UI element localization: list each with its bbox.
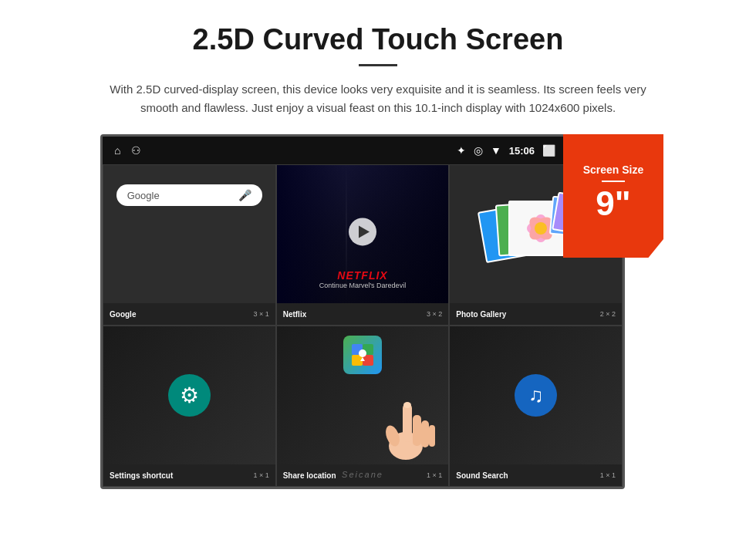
svg-rect-20 [421, 420, 429, 447]
play-triangle-icon [359, 225, 370, 238]
sound-search-cell[interactable]: ♫ Sound Search 1 × 1 [449, 326, 623, 487]
title-underline [359, 64, 397, 66]
share-app-size: 1 × 1 [427, 471, 442, 479]
photo-gallery-label-row: Photo Gallery 2 × 2 [450, 303, 622, 325]
badge-divider [602, 181, 625, 182]
settings-label-row: Settings shortcut 1 × 1 [103, 464, 275, 486]
google-content: Google 🎤 [103, 165, 275, 303]
maps-svg-icon [352, 344, 373, 366]
google-label-row: Google 3 × 1 [103, 303, 275, 325]
app-grid: Google 🎤 Google 3 × 1 [103, 164, 623, 487]
android-screen: ⌂ ⚇ ✦ ◎ ▼ 15:06 ⬜ 🔈 ⊠ [100, 134, 625, 489]
share-location-content [277, 326, 449, 464]
photo-gallery-app-name: Photo Gallery [456, 310, 506, 319]
netflix-app-name: Netflix [283, 310, 307, 319]
sound-search-content: ♫ [450, 326, 622, 464]
google-logo: Google [127, 190, 160, 201]
hand-pointer-container [383, 388, 437, 464]
svg-rect-19 [413, 415, 421, 446]
netflix-brand: NETFLIX [277, 269, 449, 282]
hand-svg [383, 388, 437, 464]
share-location-cell[interactable]: Share location 1 × 1 [276, 326, 450, 487]
google-search-bar[interactable]: Google 🎤 [116, 184, 262, 206]
svg-point-7 [535, 222, 547, 235]
google-app-name: Google [110, 310, 136, 319]
status-bar: ⌂ ⚇ ✦ ◎ ▼ 15:06 ⬜ 🔈 ⊠ [103, 137, 623, 164]
badge-size: 9" [596, 187, 630, 221]
netflix-show-subtitle: Continue Marvel's Daredevil [277, 282, 449, 289]
gps-icon: ◎ [474, 144, 483, 157]
maps-icon [343, 336, 382, 374]
camera-icon: ⬜ [542, 144, 555, 157]
share-app-name: Share location [283, 471, 336, 480]
music-note-icon: ♫ [528, 383, 544, 407]
maps-icon-container [343, 336, 382, 374]
netflix-text-overlay: NETFLIX Continue Marvel's Daredevil [277, 269, 449, 289]
sound-search-label-row: Sound Search 1 × 1 [450, 464, 622, 486]
photo-gallery-app-size: 2 × 2 [600, 310, 616, 318]
svg-rect-18 [403, 403, 412, 442]
sound-search-app-size: 1 × 1 [600, 471, 616, 479]
page-title: 2.5D Curved Touch Screen [193, 23, 564, 56]
microphone-icon: 🎤 [238, 189, 251, 201]
svg-rect-21 [429, 425, 435, 447]
device-container: Screen Size 9" ⌂ ⚇ ✦ ◎ ▼ [100, 134, 656, 489]
watermark: Seicane [342, 470, 383, 479]
sound-search-icon: ♫ [515, 374, 557, 417]
app-row-bottom: ⚙ ⚙ Settings shortcut 1 × 1 [103, 326, 623, 487]
settings-icon-main: ⚙ [168, 374, 211, 417]
usb-icon: ⚇ [131, 144, 141, 157]
badge-label: Screen Size [583, 164, 644, 177]
google-app-cell[interactable]: Google 🎤 Google 3 × 1 [103, 164, 276, 326]
settings-app-cell[interactable]: ⚙ ⚙ Settings shortcut 1 × 1 [103, 326, 276, 487]
sound-search-app-name: Sound Search [456, 471, 508, 480]
gear-icon: ⚙ [180, 383, 199, 408]
svg-point-23 [403, 402, 411, 408]
netflix-label-row: Netflix 3 × 2 [277, 303, 449, 325]
page-wrapper: 2.5D Curved Touch Screen With 2.5D curve… [0, 0, 756, 557]
netflix-app-cell[interactable]: NETFLIX Continue Marvel's Daredevil Netf… [276, 164, 450, 326]
settings-app-name: Settings shortcut [110, 471, 173, 480]
status-left: ⌂ ⚇ [114, 144, 141, 157]
status-time: 15:06 [509, 145, 535, 157]
screen-size-badge: Screen Size 9" [563, 134, 663, 258]
google-app-size: 3 × 1 [253, 310, 268, 318]
netflix-play-button[interactable] [349, 218, 376, 245]
netflix-app-size: 3 × 2 [427, 310, 442, 318]
wifi-icon: ▼ [491, 144, 501, 157]
app-row-top: Google 🎤 Google 3 × 1 [103, 164, 623, 326]
bluetooth-icon: ✦ [457, 144, 466, 157]
description: With 2.5D curved-display screen, this de… [108, 80, 648, 117]
netflix-content: NETFLIX Continue Marvel's Daredevil [277, 165, 449, 303]
settings-content: ⚙ ⚙ [103, 326, 275, 464]
home-icon: ⌂ [114, 144, 120, 157]
svg-point-15 [359, 349, 366, 357]
settings-app-size: 1 × 1 [253, 471, 268, 479]
